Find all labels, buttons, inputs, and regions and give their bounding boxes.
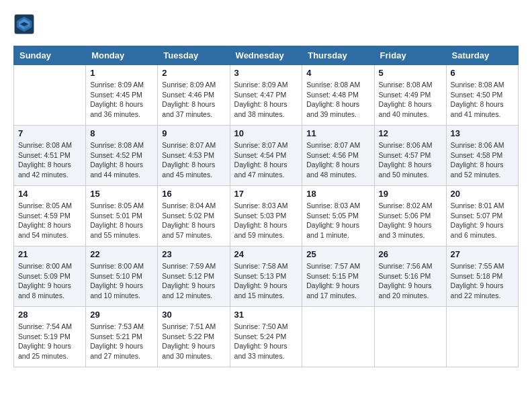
day-cell: 22 Sunrise: 8:00 AMSunset: 5:10 PMDaylig… (86, 246, 158, 307)
day-cell: 14 Sunrise: 8:05 AMSunset: 4:59 PMDaylig… (14, 186, 86, 246)
day-info: Sunrise: 8:08 AMSunset: 4:49 PMDaylight:… (379, 80, 442, 120)
week-row-4: 21 Sunrise: 8:00 AMSunset: 5:09 PMDaylig… (14, 246, 519, 307)
day-info: Sunrise: 8:09 AMSunset: 4:45 PMDaylight:… (90, 80, 153, 120)
day-cell: 18 Sunrise: 8:03 AMSunset: 5:05 PMDaylig… (302, 186, 374, 246)
day-cell: 6 Sunrise: 8:08 AMSunset: 4:50 PMDayligh… (446, 65, 518, 126)
day-cell: 17 Sunrise: 8:03 AMSunset: 5:03 PMDaylig… (230, 186, 302, 246)
day-cell: 27 Sunrise: 7:55 AMSunset: 5:18 PMDaylig… (446, 246, 518, 307)
day-info: Sunrise: 8:08 AMSunset: 4:51 PMDaylight:… (18, 140, 81, 180)
day-info: Sunrise: 8:07 AMSunset: 4:54 PMDaylight:… (234, 140, 298, 180)
day-cell: 28 Sunrise: 7:54 AMSunset: 5:19 PMDaylig… (14, 307, 86, 367)
day-info: Sunrise: 8:09 AMSunset: 4:47 PMDaylight:… (234, 80, 298, 120)
logo-icon (13, 13, 35, 35)
day-number: 2 (162, 68, 225, 78)
day-cell: 7 Sunrise: 8:08 AMSunset: 4:51 PMDayligh… (14, 126, 86, 186)
day-cell: 23 Sunrise: 7:59 AMSunset: 5:12 PMDaylig… (158, 246, 230, 307)
day-cell: 19 Sunrise: 8:02 AMSunset: 5:06 PMDaylig… (374, 186, 446, 246)
day-number: 13 (451, 128, 514, 138)
day-cell: 13 Sunrise: 8:06 AMSunset: 4:58 PMDaylig… (446, 126, 518, 186)
week-row-3: 14 Sunrise: 8:05 AMSunset: 4:59 PMDaylig… (14, 186, 519, 246)
day-cell (14, 65, 86, 126)
day-cell: 29 Sunrise: 7:53 AMSunset: 5:21 PMDaylig… (86, 307, 158, 367)
weekday-header-sunday: Sunday (14, 46, 86, 65)
day-number: 11 (306, 128, 369, 138)
day-cell: 16 Sunrise: 8:04 AMSunset: 5:02 PMDaylig… (158, 186, 230, 246)
day-number: 23 (162, 249, 225, 259)
day-info: Sunrise: 8:08 AMSunset: 4:50 PMDaylight:… (451, 80, 514, 120)
day-cell: 8 Sunrise: 8:08 AMSunset: 4:52 PMDayligh… (86, 126, 158, 186)
day-number: 28 (18, 310, 81, 320)
day-number: 3 (234, 68, 298, 78)
day-number: 29 (90, 310, 153, 320)
day-info: Sunrise: 8:05 AMSunset: 5:01 PMDaylight:… (90, 201, 153, 240)
day-number: 30 (162, 310, 225, 320)
day-info: Sunrise: 8:01 AMSunset: 5:07 PMDaylight:… (451, 201, 514, 240)
day-cell: 31 Sunrise: 7:50 AMSunset: 5:24 PMDaylig… (230, 307, 302, 367)
weekday-header-saturday: Saturday (446, 46, 518, 65)
day-info: Sunrise: 7:54 AMSunset: 5:19 PMDaylight:… (18, 322, 81, 361)
day-info: Sunrise: 8:00 AMSunset: 5:09 PMDaylight:… (18, 261, 81, 301)
weekday-header-friday: Friday (374, 46, 446, 65)
day-info: Sunrise: 8:04 AMSunset: 5:02 PMDaylight:… (162, 201, 225, 240)
day-cell: 26 Sunrise: 7:56 AMSunset: 5:16 PMDaylig… (374, 246, 446, 307)
day-info: Sunrise: 8:06 AMSunset: 4:57 PMDaylight:… (379, 140, 442, 180)
calendar: SundayMondayTuesdayWednesdayThursdayFrid… (13, 46, 519, 367)
day-number: 21 (18, 249, 81, 259)
day-number: 17 (234, 189, 298, 199)
day-number: 16 (162, 189, 225, 199)
day-info: Sunrise: 8:05 AMSunset: 4:59 PMDaylight:… (18, 201, 81, 240)
day-info: Sunrise: 7:56 AMSunset: 5:16 PMDaylight:… (379, 261, 442, 301)
weekday-header-tuesday: Tuesday (158, 46, 230, 65)
day-info: Sunrise: 7:51 AMSunset: 5:22 PMDaylight:… (162, 322, 225, 361)
day-cell: 4 Sunrise: 8:08 AMSunset: 4:48 PMDayligh… (302, 65, 374, 126)
day-info: Sunrise: 7:58 AMSunset: 5:13 PMDaylight:… (234, 261, 298, 301)
day-cell: 20 Sunrise: 8:01 AMSunset: 5:07 PMDaylig… (446, 186, 518, 246)
day-number: 8 (90, 128, 153, 138)
day-number: 9 (162, 128, 225, 138)
week-row-2: 7 Sunrise: 8:08 AMSunset: 4:51 PMDayligh… (14, 126, 519, 186)
day-cell (302, 307, 374, 367)
day-cell: 10 Sunrise: 8:07 AMSunset: 4:54 PMDaylig… (230, 126, 302, 186)
day-cell (374, 307, 446, 367)
weekday-header-monday: Monday (86, 46, 158, 65)
day-number: 5 (379, 68, 442, 78)
day-cell: 25 Sunrise: 7:57 AMSunset: 5:15 PMDaylig… (302, 246, 374, 307)
day-cell (446, 307, 518, 367)
day-number: 27 (451, 249, 514, 259)
day-info: Sunrise: 8:08 AMSunset: 4:52 PMDaylight:… (90, 140, 153, 180)
weekday-header-row: SundayMondayTuesdayWednesdayThursdayFrid… (14, 46, 519, 65)
day-info: Sunrise: 8:09 AMSunset: 4:46 PMDaylight:… (162, 80, 225, 120)
day-info: Sunrise: 8:08 AMSunset: 4:48 PMDaylight:… (306, 80, 369, 120)
day-number: 7 (18, 128, 81, 138)
day-cell: 11 Sunrise: 8:07 AMSunset: 4:56 PMDaylig… (302, 126, 374, 186)
day-cell: 21 Sunrise: 8:00 AMSunset: 5:09 PMDaylig… (14, 246, 86, 307)
header (13, 13, 519, 35)
day-number: 22 (90, 249, 153, 259)
day-info: Sunrise: 7:59 AMSunset: 5:12 PMDaylight:… (162, 261, 225, 301)
day-info: Sunrise: 7:50 AMSunset: 5:24 PMDaylight:… (234, 322, 298, 361)
weekday-header-wednesday: Wednesday (230, 46, 302, 65)
weekday-header-thursday: Thursday (302, 46, 374, 65)
day-number: 20 (451, 189, 514, 199)
logo (13, 13, 38, 35)
day-number: 25 (306, 249, 369, 259)
day-number: 24 (234, 249, 298, 259)
day-cell: 24 Sunrise: 7:58 AMSunset: 5:13 PMDaylig… (230, 246, 302, 307)
day-info: Sunrise: 8:02 AMSunset: 5:06 PMDaylight:… (379, 201, 442, 240)
week-row-5: 28 Sunrise: 7:54 AMSunset: 5:19 PMDaylig… (14, 307, 519, 367)
day-number: 18 (306, 189, 369, 199)
day-number: 12 (379, 128, 442, 138)
day-number: 15 (90, 189, 153, 199)
day-number: 19 (379, 189, 442, 199)
day-number: 31 (234, 310, 298, 320)
day-cell: 3 Sunrise: 8:09 AMSunset: 4:47 PMDayligh… (230, 65, 302, 126)
day-cell: 2 Sunrise: 8:09 AMSunset: 4:46 PMDayligh… (158, 65, 230, 126)
day-cell: 30 Sunrise: 7:51 AMSunset: 5:22 PMDaylig… (158, 307, 230, 367)
day-number: 4 (306, 68, 369, 78)
day-number: 1 (90, 68, 153, 78)
day-info: Sunrise: 8:07 AMSunset: 4:53 PMDaylight:… (162, 140, 225, 180)
day-cell: 5 Sunrise: 8:08 AMSunset: 4:49 PMDayligh… (374, 65, 446, 126)
day-cell: 12 Sunrise: 8:06 AMSunset: 4:57 PMDaylig… (374, 126, 446, 186)
day-cell: 15 Sunrise: 8:05 AMSunset: 5:01 PMDaylig… (86, 186, 158, 246)
day-info: Sunrise: 8:03 AMSunset: 5:05 PMDaylight:… (306, 201, 369, 240)
